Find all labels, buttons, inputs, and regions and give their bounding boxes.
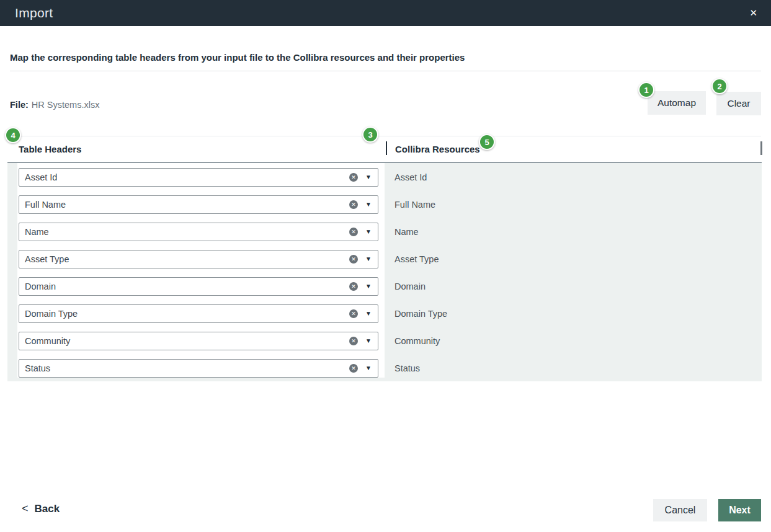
resource-item: Name — [394, 223, 762, 241]
file-label: File: — [10, 100, 29, 110]
resource-item: Asset Id — [394, 168, 762, 187]
resource-item: Status — [394, 359, 762, 378]
step-badge-2: 2 — [711, 78, 728, 94]
chevron-left-icon: < — [22, 502, 29, 515]
dropdown-value: Domain — [25, 282, 349, 291]
import-dialog: Import ✕ Map the corresponding table hea… — [0, 0, 771, 532]
header-dropdown[interactable]: Community ✕ ▼ — [19, 332, 378, 350]
clear-value-icon[interactable]: ✕ — [349, 173, 358, 182]
column-divider-bar — [386, 141, 387, 155]
instruction-text: Map the corresponding table headers from… — [10, 52, 465, 63]
clear-value-icon[interactable]: ✕ — [349, 282, 358, 291]
dropdown-value: Full Name — [25, 200, 349, 210]
horizontal-divider — [10, 136, 761, 136]
step-badge-5: 5 — [479, 134, 495, 150]
collibra-resources-heading: Collibra Resources — [395, 144, 480, 154]
caret-down-icon: ▼ — [365, 202, 372, 208]
dropdown-value: Asset Id — [25, 172, 349, 182]
clear-value-icon[interactable]: ✕ — [349, 309, 358, 318]
dropdown-value: Name — [25, 227, 349, 237]
clear-button[interactable]: Clear — [716, 92, 761, 115]
resource-item: Domain — [394, 277, 762, 296]
clear-value-icon[interactable]: ✕ — [349, 337, 358, 345]
clear-value-icon[interactable]: ✕ — [349, 255, 358, 264]
caret-down-icon: ▼ — [365, 283, 372, 290]
caret-down-icon: ▼ — [365, 174, 372, 180]
header-dropdown[interactable]: Asset Type ✕ ▼ — [19, 250, 378, 268]
table-headers-column: Asset Id ✕ ▼ Full Name ✕ ▼ Name ✕ ▼ Asse… — [17, 163, 385, 378]
automap-button[interactable]: Automap — [648, 91, 706, 115]
column-resize-bar — [760, 141, 762, 155]
caret-down-icon: ▼ — [365, 365, 372, 371]
titlebar: Import — [0, 0, 771, 26]
close-icon[interactable]: ✕ — [749, 7, 757, 19]
header-dropdown[interactable]: Status ✕ ▼ — [19, 359, 378, 378]
resource-item: Domain Type — [394, 304, 762, 323]
dropdown-value: Asset Type — [25, 254, 349, 264]
caret-down-icon: ▼ — [365, 256, 372, 262]
clear-value-icon[interactable]: ✕ — [349, 364, 358, 373]
caret-down-icon: ▼ — [365, 229, 372, 235]
resource-item: Asset Type — [394, 250, 762, 268]
back-button[interactable]: < Back — [22, 502, 60, 515]
step-badge-3: 3 — [362, 126, 378, 143]
dropdown-value: Domain Type — [25, 309, 349, 319]
step-badge-4: 4 — [5, 127, 21, 143]
header-dropdown[interactable]: Domain ✕ ▼ — [19, 277, 378, 296]
step-badge-1: 1 — [638, 82, 654, 98]
clear-value-icon[interactable]: ✕ — [349, 228, 358, 236]
horizontal-divider — [10, 71, 761, 71]
table-headers-heading: Table Headers — [19, 144, 81, 154]
header-dropdown[interactable]: Asset Id ✕ ▼ — [19, 168, 378, 187]
caret-down-icon: ▼ — [365, 311, 372, 317]
header-dropdown[interactable]: Domain Type ✕ ▼ — [19, 304, 378, 323]
back-label: Back — [35, 503, 60, 515]
header-dropdown[interactable]: Name ✕ ▼ — [19, 223, 378, 241]
resource-item: Full Name — [394, 195, 762, 214]
next-button[interactable]: Next — [718, 499, 761, 521]
dropdown-value: Community — [25, 336, 349, 346]
clear-value-icon[interactable]: ✕ — [349, 200, 358, 209]
file-name: HR Systems.xlsx — [32, 100, 100, 110]
collibra-resources-column: Asset Id Full Name Name Asset Type Domai… — [385, 163, 762, 386]
caret-down-icon: ▼ — [365, 338, 372, 344]
header-dropdown[interactable]: Full Name ✕ ▼ — [19, 195, 378, 214]
dropdown-value: Status — [25, 363, 349, 373]
dialog-title: Import — [15, 6, 53, 20]
mapping-area: Asset Id ✕ ▼ Full Name ✕ ▼ Name ✕ ▼ Asse… — [7, 162, 762, 381]
file-line: File:HR Systems.xlsx — [10, 100, 99, 110]
resource-item: Community — [394, 332, 762, 350]
cancel-button[interactable]: Cancel — [653, 499, 707, 521]
